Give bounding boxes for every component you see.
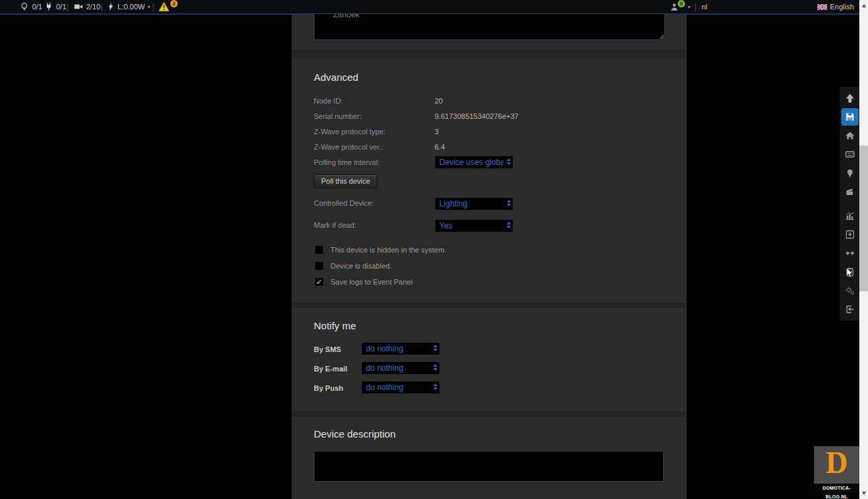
save-logs-row: Save logs to Event Panel bbox=[314, 277, 413, 287]
section-title: Notify me bbox=[314, 320, 356, 331]
add-button[interactable] bbox=[841, 244, 859, 262]
app-screen: 0/1 0/1 | 2/10 | L:0.00W ▾ | bbox=[0, 0, 868, 499]
language-label: English bbox=[830, 3, 854, 11]
device-settings-panel: Zithoek Advanced Node ID: 20 Serial numb… bbox=[292, 15, 686, 499]
settings-button[interactable] bbox=[841, 282, 859, 299]
section-notify: Notify me By SMS do nothing By E-mail do… bbox=[292, 309, 686, 412]
device-disabled-row: Device is disabled. bbox=[314, 261, 392, 271]
section-advanced: Advanced Node ID: 20 Serial number: 9.61… bbox=[292, 59, 686, 304]
controlled-device-label: Controlled Device: bbox=[314, 199, 374, 207]
scrollbar-up-button[interactable] bbox=[859, 1, 868, 10]
cameras-count: 2/10 bbox=[86, 3, 100, 11]
select-stepper-icon bbox=[507, 200, 511, 206]
scroll-top-button[interactable] bbox=[841, 90, 859, 107]
mark-if-dead-value: Yes bbox=[439, 221, 453, 230]
devices-button[interactable] bbox=[841, 146, 859, 163]
by-push-value: do nothing bbox=[366, 383, 403, 392]
serial-number-label: Serial number: bbox=[314, 112, 362, 120]
section-title: Advanced bbox=[314, 71, 359, 83]
polling-interval-value: Device uses global po bbox=[439, 158, 503, 167]
save-button[interactable] bbox=[841, 108, 859, 126]
plug-icon bbox=[44, 1, 53, 12]
user-badge: 0 bbox=[678, 0, 685, 7]
by-email-label: By E-mail bbox=[314, 365, 347, 373]
select-stepper-icon bbox=[433, 383, 437, 390]
controlled-device-select[interactable]: Lighting bbox=[435, 197, 513, 210]
by-push-label: By Push bbox=[314, 384, 343, 392]
alerts-status[interactable]: 2 bbox=[158, 0, 180, 13]
sockets-count: 0/1 bbox=[56, 3, 66, 11]
alerts-badge: 2 bbox=[170, 0, 178, 7]
select-stepper-icon bbox=[507, 158, 511, 165]
serial-number-value: 9.617308515340276e+37 bbox=[435, 112, 519, 120]
save-logs-checkbox[interactable] bbox=[314, 277, 324, 287]
protocol-ver-label: Z-Wave protocol ver.: bbox=[314, 143, 383, 151]
camera-icon bbox=[73, 1, 83, 12]
mouse-cursor bbox=[846, 267, 854, 279]
section-room: Zithoek bbox=[292, 15, 686, 51]
lights-count: 0/1 bbox=[32, 3, 42, 11]
sockets-status[interactable]: 0/1 bbox=[44, 0, 66, 13]
chevron-down-icon: ▾ bbox=[148, 4, 150, 10]
location-button[interactable] bbox=[841, 164, 859, 182]
warning-icon bbox=[158, 1, 170, 12]
polling-interval-label: Polling time interval: bbox=[314, 158, 379, 166]
separator: | bbox=[694, 2, 696, 11]
room-name-value: Zithoek bbox=[333, 13, 664, 19]
hidden-device-label: This device is hidden in the system. bbox=[331, 246, 447, 254]
node-id-label: Node ID: bbox=[314, 97, 343, 105]
save-logs-label: Save logs to Event Panel bbox=[331, 278, 413, 286]
logout-button[interactable] bbox=[841, 301, 859, 318]
node-id-value: 20 bbox=[435, 97, 443, 105]
by-sms-value: do nothing bbox=[366, 344, 403, 353]
protocol-type-value: 3 bbox=[435, 128, 439, 136]
language-switcher[interactable]: English bbox=[817, 0, 854, 13]
user-menu[interactable]: 0 ▾ bbox=[670, 0, 690, 13]
polling-interval-select[interactable]: Device uses global po bbox=[435, 156, 513, 169]
power-usage[interactable]: L:0.00W ▾ bbox=[107, 0, 150, 13]
hidden-device-checkbox[interactable] bbox=[314, 245, 324, 255]
mark-if-dead-label: Mark if dead: bbox=[314, 221, 357, 229]
controlled-device-value: Lighting bbox=[439, 199, 467, 208]
watermark-letter: D bbox=[814, 445, 859, 481]
domotica-blog-watermark: D DOMOTICA-BLOG.NL bbox=[814, 446, 859, 492]
select-stepper-icon bbox=[433, 364, 437, 371]
section-description: Device description bbox=[292, 418, 686, 499]
protocol-type-label: Z-Wave protocol type: bbox=[314, 128, 385, 136]
by-push-select[interactable]: do nothing bbox=[361, 381, 440, 394]
lightning-icon bbox=[107, 1, 115, 12]
select-stepper-icon bbox=[433, 345, 437, 351]
lightbulb-icon bbox=[19, 1, 29, 12]
scrollbar-thumb[interactable] bbox=[859, 146, 868, 291]
device-disabled-checkbox[interactable] bbox=[314, 261, 324, 271]
separator: | bbox=[152, 2, 154, 11]
status-topbar: 0/1 0/1 | 2/10 | L:0.00W ▾ | bbox=[0, 0, 868, 15]
home-button[interactable] bbox=[841, 127, 859, 144]
section-title: Device description bbox=[314, 428, 396, 440]
media-button[interactable] bbox=[841, 183, 859, 200]
device-description-textarea[interactable] bbox=[314, 451, 664, 482]
charts-button[interactable] bbox=[841, 207, 859, 224]
separator: | bbox=[67, 2, 69, 11]
watermark-text: DOMOTICA-BLOG.NL bbox=[814, 484, 859, 492]
by-email-select[interactable]: do nothing bbox=[361, 361, 440, 375]
chevron-down-icon: ▾ bbox=[688, 4, 690, 10]
separator: | bbox=[101, 2, 103, 11]
by-sms-select[interactable]: do nothing bbox=[361, 342, 440, 355]
by-email-value: do nothing bbox=[366, 363, 403, 373]
poll-device-button[interactable]: Poll this device bbox=[314, 174, 377, 188]
hidden-device-row: This device is hidden in the system. bbox=[314, 245, 447, 255]
locale-label[interactable]: nl bbox=[702, 0, 708, 13]
mark-if-dead-select[interactable]: Yes bbox=[435, 219, 513, 232]
install-button[interactable] bbox=[841, 226, 859, 243]
cameras-status[interactable]: 2/10 bbox=[73, 0, 100, 13]
device-disabled-label: Device is disabled. bbox=[331, 262, 392, 270]
page-scrollbar[interactable] bbox=[859, 0, 868, 499]
room-name-textarea[interactable]: Zithoek bbox=[314, 13, 665, 40]
lights-status[interactable]: 0/1 bbox=[19, 0, 42, 13]
protocol-ver-value: 6.4 bbox=[435, 143, 445, 151]
scrollbar-down-button[interactable] bbox=[859, 489, 868, 498]
uk-flag-icon bbox=[817, 4, 827, 10]
power-value: L:0.00W bbox=[118, 3, 145, 11]
textarea-resize-grip[interactable] bbox=[659, 34, 664, 39]
